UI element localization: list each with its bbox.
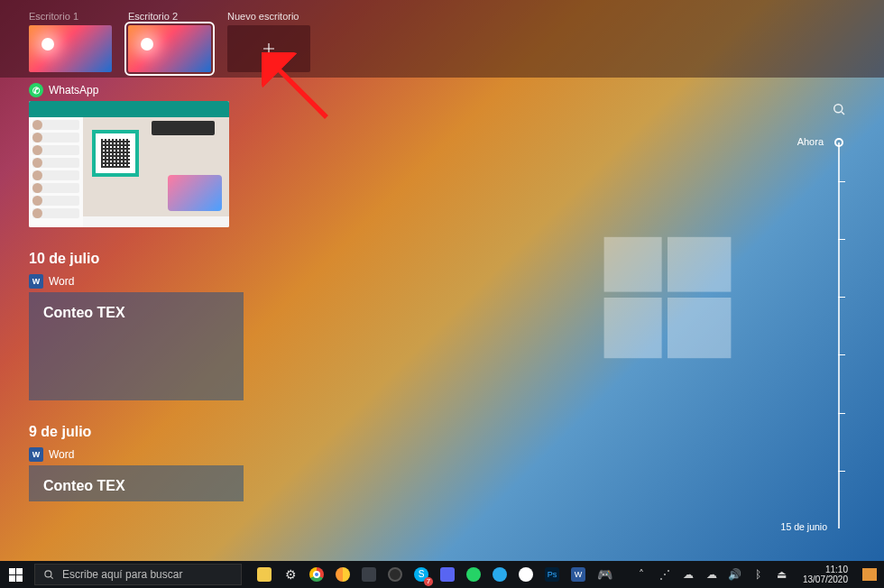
file-explorer-icon[interactable]	[253, 561, 276, 588]
desktop-thumbnail	[29, 25, 112, 72]
desktop-thumbnail	[128, 25, 211, 72]
timeline-app-name: Word	[49, 448, 74, 461]
wifi-icon[interactable]: ⋰	[657, 561, 673, 588]
svg-rect-4	[668, 237, 731, 292]
scrubber-label-now: Ahora	[797, 136, 824, 147]
timeline-app-header-whatsapp: ✆ WhatsApp	[29, 83, 812, 97]
virtual-desktop-strip: Escritorio 1 Escritorio 2 Nuevo escritor…	[0, 0, 884, 78]
skype-icon[interactable]: S	[410, 561, 433, 588]
scrubber-label-end: 15 de junio	[781, 521, 827, 532]
clock-time: 11:10	[803, 565, 848, 574]
svg-rect-3	[604, 237, 662, 292]
desktop-thumb-1[interactable]: Escritorio 1	[29, 11, 112, 72]
timeline-app-header-word: W Word	[29, 447, 812, 462]
whatsapp-window-thumbnail[interactable]	[29, 101, 229, 227]
clock-date: 13/07/2020	[803, 574, 848, 584]
taskbar: Escribe aquí para buscar ⚙ S Ps W 🎮 ˄ ⋰ …	[0, 561, 884, 588]
svg-rect-6	[668, 298, 731, 358]
word-icon: W	[29, 447, 43, 462]
search-placeholder: Escribe aquí para buscar	[62, 568, 182, 581]
photoshop-icon[interactable]: Ps	[540, 561, 564, 588]
new-desktop-label: Nuevo escritorio	[227, 11, 299, 22]
svg-point-2	[45, 571, 51, 577]
whatsapp-icon: ✆	[29, 83, 43, 97]
cloud-sync-icon[interactable]: ☁	[704, 561, 720, 588]
timeline-date-header: 9 de julio	[29, 424, 812, 440]
discord-icon[interactable]	[436, 561, 459, 588]
word-taskbar-icon[interactable]: W	[566, 561, 590, 588]
steam-icon[interactable]: 🎮	[593, 561, 616, 588]
search-icon	[42, 568, 55, 581]
taskbar-search-input[interactable]: Escribe aquí para buscar	[34, 564, 242, 585]
plus-icon	[261, 41, 277, 57]
timeline-app-name: WhatsApp	[49, 84, 98, 96]
onedrive-icon[interactable]: ☁	[680, 561, 696, 588]
windows-logo-icon	[9, 568, 23, 582]
chrome-icon[interactable]	[305, 561, 328, 588]
microsoft-store-icon[interactable]	[357, 561, 381, 588]
windows-logo-wallpaper	[595, 225, 740, 370]
svg-rect-5	[604, 298, 662, 358]
scrubber-track[interactable]: Ahora 15 de junio	[838, 142, 840, 528]
desktop-label: Escritorio 1	[29, 11, 78, 22]
desktop-label: Escritorio 2	[128, 11, 178, 22]
scrubber-knob[interactable]	[834, 138, 843, 147]
start-button[interactable]	[0, 561, 31, 588]
system-tray: ˄ ⋰ ☁ ☁ 🔊 ᛒ ⏏ 11:10 13/07/2020	[633, 561, 884, 588]
taskbar-clock[interactable]: 11:10 13/07/2020	[803, 565, 848, 584]
action-center-icon[interactable]	[862, 568, 877, 581]
taskbar-pinned-apps: ⚙ S Ps W 🎮	[253, 561, 616, 588]
timeline-scrubber[interactable]: Ahora 15 de junio	[825, 101, 852, 550]
timeline-search-button[interactable]	[831, 101, 847, 121]
safe-remove-icon[interactable]: ⏏	[774, 561, 790, 588]
timeline-activity-card[interactable]: Conteo TEX	[29, 292, 244, 400]
activity-title: Conteo TEX	[43, 478, 125, 493]
timeline-app-name: Word	[49, 275, 74, 288]
new-desktop-tile[interactable]	[227, 25, 310, 72]
slack-icon[interactable]	[514, 561, 538, 588]
desktop-thumb-2[interactable]: Escritorio 2	[128, 11, 211, 72]
telegram-icon[interactable]	[488, 561, 511, 588]
activity-title: Conteo TEX	[43, 305, 125, 320]
tray-chevron-up-icon[interactable]: ˄	[633, 561, 649, 588]
svg-point-1	[834, 105, 843, 113]
new-desktop-button[interactable]: Nuevo escritorio	[227, 11, 310, 72]
obs-icon[interactable]	[383, 561, 407, 588]
whatsapp-taskbar-icon[interactable]	[462, 561, 485, 588]
chrome-canary-icon[interactable]	[331, 561, 355, 588]
word-icon: W	[29, 274, 43, 289]
settings-icon[interactable]: ⚙	[279, 561, 302, 588]
bluetooth-icon[interactable]: ᛒ	[750, 561, 767, 588]
timeline-activity-card[interactable]: Conteo TEX	[29, 465, 244, 501]
volume-icon[interactable]: 🔊	[727, 561, 743, 588]
